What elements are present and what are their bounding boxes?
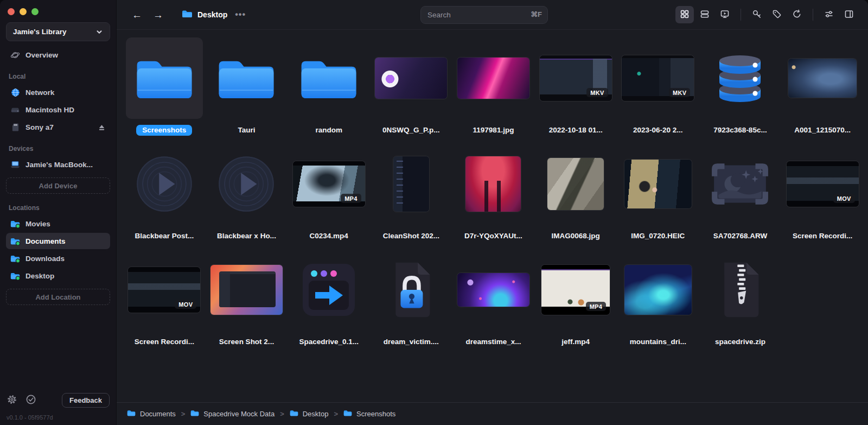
file-item[interactable]: CleanShot 202... [370, 143, 452, 249]
gear-icon [7, 394, 17, 407]
key-manager-button[interactable] [748, 6, 766, 23]
sidebar-item-label: Network [25, 88, 54, 97]
feedback-button[interactable]: Feedback [62, 393, 110, 408]
file-name: jeff.mp4 [561, 338, 590, 346]
sidebar-item-label: Downloads [25, 255, 65, 263]
globe-icon [10, 87, 20, 97]
file-item[interactable]: SA702768.ARW [699, 143, 782, 249]
sidebar-item-overview[interactable]: Overview [6, 47, 110, 63]
sliders-icon [824, 9, 834, 21]
back-button[interactable]: ← [129, 9, 145, 21]
file-type-badge: MOV [175, 300, 196, 309]
file-item-screenshots[interactable]: Screenshots [123, 37, 206, 143]
breadcrumb-separator: > [334, 410, 338, 418]
file-item[interactable]: Tauri [206, 37, 288, 143]
file-item[interactable]: MOV Screen Recordi... [123, 249, 206, 355]
folder-icon [182, 9, 193, 20]
refresh-icon [792, 9, 802, 21]
sidebar-item-jamies-macbook[interactable]: Jamie's MacBook... [6, 156, 110, 173]
more-options-button[interactable]: ••• [235, 10, 246, 20]
tag-button[interactable] [768, 6, 786, 23]
image-thumbnail [547, 158, 604, 210]
minimize-window-button[interactable] [20, 8, 27, 15]
media-view-button[interactable] [716, 6, 734, 23]
display-options-button[interactable] [820, 6, 838, 23]
breadcrumb-spacedrive-mock-data[interactable]: Spacedrive Mock Data [190, 409, 275, 418]
breadcrumb-screenshots[interactable]: Screenshots [343, 409, 395, 418]
file-name: Screen Recordi... [793, 232, 852, 240]
app-window: Jamie's Library Overview Local Network M… [0, 0, 868, 425]
file-item[interactable]: Blackbear Post... [123, 143, 206, 249]
file-item[interactable]: random [288, 37, 370, 143]
sidebar-item-movies[interactable]: Movies [6, 215, 110, 232]
close-window-button[interactable] [8, 8, 15, 15]
database-icon [713, 51, 767, 105]
sidebar-footer: Feedback v0.1.0 - 05f9577d [6, 388, 110, 425]
sidebar-item-desktop[interactable]: Desktop [6, 268, 110, 284]
grid-view-button[interactable] [675, 6, 694, 23]
app-version: v0.1.0 - 05f9577d [7, 414, 110, 421]
breadcrumb-documents[interactable]: Documents [127, 409, 176, 418]
sidebar-item-downloads[interactable]: Downloads [6, 250, 110, 267]
file-item[interactable]: 1197981.jpg [452, 37, 535, 143]
file-name: 1197981.jpg [473, 126, 514, 134]
file-item[interactable]: Blackbear x Ho... [206, 143, 288, 249]
file-item[interactable]: IMAG0068.jpg [534, 143, 617, 249]
path-bar: Documents > Spacedrive Mock Data > Deskt… [117, 402, 868, 425]
file-name: spacedrive.zip [715, 338, 765, 346]
list-view-button[interactable] [695, 6, 714, 23]
file-item[interactable]: dream_victim.... [370, 249, 452, 355]
sync-status-button[interactable] [25, 394, 36, 407]
file-type-badge: MKV [586, 88, 608, 97]
sidebar-item-sony-a7[interactable]: Sony a7 [6, 119, 110, 135]
main-panel: ← → Desktop ••• ⌘F [117, 0, 868, 425]
window-controls [6, 0, 110, 22]
file-item[interactable]: D7r-YQoXYAUt... [452, 143, 535, 249]
file-item[interactable]: MOV Screen Recordi... [781, 143, 864, 249]
file-item[interactable]: 0NSWQ_G_P.p... [370, 37, 452, 143]
list-view-icon [700, 9, 710, 21]
grid-view-icon [680, 9, 690, 21]
file-item[interactable]: A001_1215070... [781, 37, 864, 143]
refresh-button[interactable] [788, 6, 806, 23]
library-switcher[interactable]: Jamie's Library [6, 22, 110, 41]
sidebar-item-label: Jamie's MacBook... [25, 161, 93, 169]
file-item[interactable]: MP4 C0234.mp4 [288, 143, 370, 249]
file-grid-area: Screenshots Tauri random 0NSWQ_G_P.p... [117, 30, 868, 402]
breadcrumb-desktop[interactable]: Desktop [290, 409, 329, 418]
file-name: Tauri [238, 126, 255, 134]
disk-image-icon [302, 263, 356, 317]
sidebar-item-macintosh-hd[interactable]: Macintosh HD [6, 102, 110, 118]
file-item[interactable]: MKV 2023-06-20 2... [617, 37, 699, 143]
file-name: 2023-06-20 2... [633, 126, 683, 134]
inspector-toggle-button[interactable] [840, 6, 858, 23]
zoom-window-button[interactable] [31, 8, 39, 15]
search-input[interactable] [420, 6, 548, 24]
file-item[interactable]: MP4 jeff.mp4 [534, 249, 617, 355]
add-location-button[interactable]: Add Location [6, 289, 110, 305]
eject-icon[interactable] [98, 123, 106, 131]
sidebar-item-label: Movies [25, 220, 50, 228]
sidebar-item-documents[interactable]: Documents [6, 233, 110, 249]
file-name: Blackbear x Ho... [217, 232, 276, 240]
settings-button[interactable] [7, 394, 17, 407]
file-item[interactable]: 7923c368-85c... [699, 37, 782, 143]
forward-button[interactable]: → [150, 9, 167, 21]
file-item[interactable]: spacedrive.zip [699, 249, 782, 355]
file-item[interactable]: Screen Shot 2... [206, 249, 288, 355]
folder-icon [10, 219, 20, 229]
sidebar-item-network[interactable]: Network [6, 84, 110, 100]
file-item[interactable]: mountains_dri... [617, 249, 699, 355]
add-device-button[interactable]: Add Device [6, 177, 110, 194]
file-item[interactable]: Spacedrive_0.1... [288, 249, 370, 355]
sidebar-item-label: Macintosh HD [25, 106, 74, 114]
file-item[interactable]: MKV 2022-10-18 01... [534, 37, 617, 143]
sd-card-icon [10, 122, 20, 132]
breadcrumb-separator: > [280, 410, 284, 418]
file-name: IMAG0068.jpg [552, 232, 600, 240]
file-name: CleanShot 202... [383, 232, 439, 240]
file-item[interactable]: dreamstime_x... [452, 249, 535, 355]
tag-icon [772, 9, 782, 21]
folder-icon [10, 236, 20, 246]
file-item[interactable]: IMG_0720.HEIC [617, 143, 699, 249]
